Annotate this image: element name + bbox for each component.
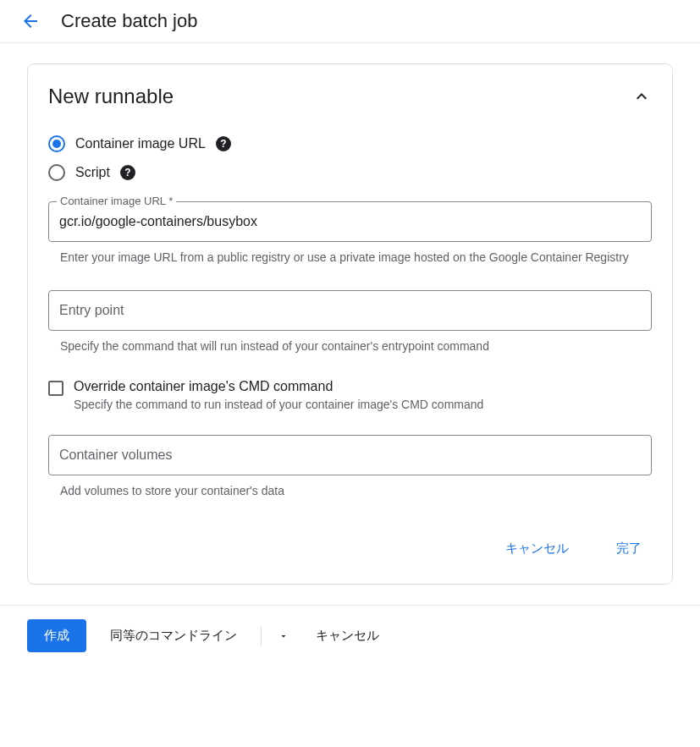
container-url-input[interactable] bbox=[48, 201, 652, 242]
override-cmd-content: Override container image's CMD command S… bbox=[74, 379, 652, 411]
card-done-button[interactable]: 完了 bbox=[606, 534, 652, 563]
chevron-up-icon bbox=[631, 86, 652, 107]
volumes-field-group: Add volumes to store your container's da… bbox=[48, 435, 652, 500]
container-url-helper: Enter your image URL from a public regis… bbox=[48, 249, 652, 266]
equivalent-cli-button[interactable]: 同等のコマンドライン bbox=[100, 621, 247, 651]
runnable-card: New runnable Container image URL ? Scrip… bbox=[27, 63, 673, 585]
radio-script-row[interactable]: Script ? bbox=[48, 164, 652, 181]
container-url-wrapper: Container image URL * bbox=[48, 201, 652, 242]
container-url-label: Container image URL * bbox=[57, 195, 176, 207]
equivalent-dropdown[interactable] bbox=[275, 628, 292, 645]
caret-down-icon bbox=[278, 631, 289, 641]
card-actions: キャンセル 完了 bbox=[48, 534, 652, 563]
entrypoint-field-group: Specify the command that will run instea… bbox=[48, 290, 652, 355]
volumes-wrapper bbox=[48, 435, 652, 475]
radio-container-row[interactable]: Container image URL ? bbox=[48, 135, 652, 152]
page-title: Create batch job bbox=[61, 10, 197, 32]
radio-container-image[interactable] bbox=[48, 135, 65, 152]
override-cmd-helper: Specify the command to run instead of yo… bbox=[74, 398, 652, 411]
help-icon[interactable]: ? bbox=[216, 136, 231, 151]
help-icon[interactable]: ? bbox=[120, 165, 135, 180]
card-cancel-button[interactable]: キャンセル bbox=[495, 534, 579, 563]
volumes-helper: Add volumes to store your container's da… bbox=[48, 482, 652, 500]
entrypoint-input[interactable] bbox=[48, 290, 652, 331]
page-header: Create batch job bbox=[0, 0, 700, 43]
radio-script[interactable] bbox=[48, 164, 65, 181]
footer-divider bbox=[261, 626, 262, 646]
back-button[interactable] bbox=[20, 11, 41, 31]
volumes-input[interactable] bbox=[48, 435, 652, 475]
card-title: New runnable bbox=[48, 85, 174, 108]
runnable-type-radio-group: Container image URL ? Script ? bbox=[48, 135, 652, 181]
entrypoint-helper: Specify the command that will run instea… bbox=[48, 338, 652, 355]
footer-cancel-button[interactable]: キャンセル bbox=[306, 621, 389, 651]
card-header: New runnable bbox=[48, 85, 652, 108]
override-cmd-row: Override container image's CMD command S… bbox=[48, 379, 652, 411]
radio-container-label: Container image URL bbox=[75, 136, 206, 151]
create-button[interactable]: 作成 bbox=[27, 619, 86, 652]
override-cmd-checkbox[interactable] bbox=[48, 381, 63, 396]
entrypoint-wrapper bbox=[48, 290, 652, 331]
override-cmd-label: Override container image's CMD command bbox=[74, 379, 652, 394]
footer-bar: 作成 同等のコマンドライン キャンセル bbox=[0, 605, 700, 666]
arrow-left-icon bbox=[20, 11, 41, 31]
radio-script-label: Script bbox=[75, 165, 110, 180]
container-url-field-group: Container image URL * Enter your image U… bbox=[48, 201, 652, 266]
content-area: New runnable Container image URL ? Scrip… bbox=[0, 43, 700, 605]
collapse-toggle[interactable] bbox=[631, 86, 652, 107]
